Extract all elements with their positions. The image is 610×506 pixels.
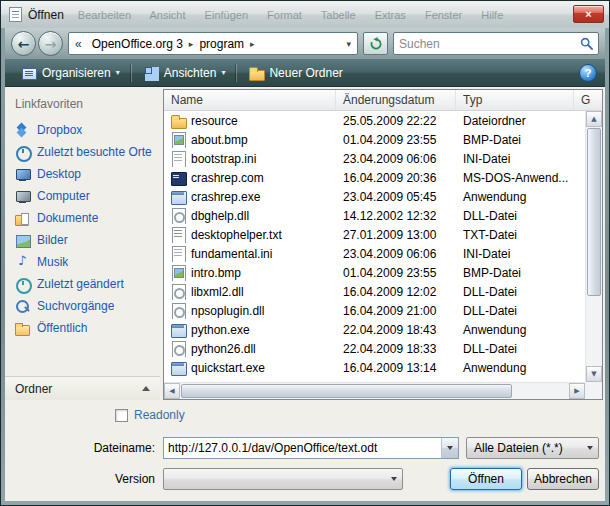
ini-file-icon (170, 151, 186, 167)
dialog-footer: Readonly Dateiname: Alle Dateien (*.*) V… (5, 400, 605, 501)
desktop-icon (15, 167, 30, 182)
back-button[interactable]: ← (11, 31, 36, 56)
searches-icon (15, 299, 30, 314)
sidebar-item-dropbox[interactable]: Dropbox (13, 119, 160, 141)
folders-expander[interactable]: Ordner (5, 376, 160, 400)
file-row-intro-bmp[interactable]: intro.bmp 01.04.2009 23:55 BMP-Datei (164, 263, 585, 282)
readonly-checkbox[interactable] (115, 409, 128, 422)
toolbar-separator (131, 64, 132, 82)
file-row-python26-dll[interactable]: python26.dll 22.04.2009 18:33 DLL-Datei (164, 339, 585, 358)
documents-icon (15, 211, 30, 226)
filename-dropdown-button[interactable] (441, 438, 458, 458)
sidebar-item-zuletzt-geändert[interactable]: Zuletzt geändert (13, 273, 160, 295)
folders-label: Ordner (15, 382, 52, 396)
sidebar-item-zuletzt-besuchte-orte[interactable]: Zuletzt besuchte Orte (13, 141, 160, 163)
forward-button[interactable]: → (38, 31, 63, 56)
column-header-date[interactable]: Änderungsdatum (336, 90, 456, 110)
sidebar-item-öffentlich[interactable]: Öffentlich (13, 317, 160, 339)
sidebar-item-musik[interactable]: Musik (13, 251, 160, 273)
search-input[interactable] (399, 37, 580, 51)
breadcrumb-chevron-icon[interactable]: ▸ (248, 39, 257, 49)
filename-input[interactable] (164, 438, 441, 458)
scroll-left-icon[interactable] (164, 383, 180, 399)
readonly-label: Readonly (134, 408, 185, 422)
file-row-fundamental-ini[interactable]: fundamental.ini 23.04.2009 06:06 INI-Dat… (164, 244, 585, 263)
sidebar-item-desktop[interactable]: Desktop (13, 163, 160, 185)
computer-icon (15, 189, 30, 204)
chevron-down-icon (581, 438, 598, 458)
breadcrumb-segment-openoffice[interactable]: OpenOffice.org 3 (88, 37, 187, 51)
navigation-bar: ← → « OpenOffice.org 3 ▸ program ▸ ▾ (5, 28, 605, 59)
breadcrumb-overflow-chevron-icon[interactable]: « (69, 37, 88, 51)
filetype-dropdown[interactable]: Alle Dateien (*.*) (466, 437, 599, 459)
organize-button[interactable]: Organisieren ▾ (13, 62, 128, 84)
file-row-npsoplugin-dll[interactable]: npsoplugin.dll 16.04.2009 21:00 DLL-Date… (164, 301, 585, 320)
file-row-bootstrap-ini[interactable]: bootstrap.ini 23.04.2009 06:06 INI-Datei (164, 149, 585, 168)
cancel-button[interactable]: Abbrechen (527, 468, 599, 490)
file-row-quickstart-exe[interactable]: quickstart.exe 16.04.2009 13:14 Anwendun… (164, 358, 585, 377)
file-row-libxml2-dll[interactable]: libxml2.dll 16.04.2009 12:02 DLL-Datei (164, 282, 585, 301)
pictures-icon (15, 233, 30, 248)
views-button[interactable]: Ansichten ▾ (135, 62, 234, 84)
new-folder-button[interactable]: Neuer Ordner (240, 62, 350, 84)
help-button[interactable]: ? (579, 64, 597, 82)
dll-file-icon (170, 341, 186, 357)
column-header-name[interactable]: Name (164, 90, 336, 110)
vertical-scrollbar-thumb[interactable] (587, 128, 601, 296)
chevron-down-icon: ▾ (116, 69, 120, 77)
scroll-down-icon[interactable] (586, 366, 602, 382)
scroll-up-icon[interactable] (586, 111, 602, 127)
bmp-file-icon (170, 265, 186, 281)
file-row-python-exe[interactable]: python.exe 22.04.2009 18:43 Anwendung (164, 320, 585, 339)
dll-file-icon (170, 303, 186, 319)
file-row-about-bmp[interactable]: about.bmp 01.04.2009 23:55 BMP-Datei (164, 130, 585, 149)
filename-label: Dateiname: (5, 441, 163, 455)
version-value (164, 469, 385, 489)
version-row: Version Öffnen Abbrechen (5, 467, 599, 490)
open-button[interactable]: Öffnen (450, 468, 522, 490)
column-header-size[interactable]: G (574, 90, 602, 110)
horizontal-scrollbar-track[interactable] (180, 383, 569, 399)
vertical-scrollbar[interactable] (585, 111, 602, 382)
version-dropdown[interactable] (163, 468, 403, 490)
help-icon: ? (585, 67, 592, 79)
folder-icon (170, 113, 186, 129)
column-headers: Name Änderungsdatum Typ G (164, 90, 602, 111)
sidebar-item-suchvorgänge[interactable]: Suchvorgänge (13, 295, 160, 317)
file-row-crashrep-exe[interactable]: crashrep.exe 23.04.2009 05:45 Anwendung (164, 187, 585, 206)
file-row-crashrep-com[interactable]: crashrep.com 16.04.2009 20:36 MS-DOS-Anw… (164, 168, 585, 187)
titlebar[interactable]: Öffnen Bearbeiten Ansicht Einfügen Forma… (1, 1, 609, 28)
back-arrow-icon: ← (18, 37, 30, 51)
command-toolbar: Organisieren ▾ Ansichten ▾ Neuer Ordner … (5, 59, 605, 87)
organize-icon (21, 65, 37, 81)
search-box (393, 32, 599, 55)
breadcrumb-dropdown-icon[interactable]: ▾ (340, 39, 357, 49)
breadcrumb-segment-program[interactable]: program (195, 37, 248, 51)
app-file-icon (170, 189, 186, 205)
breadcrumb: « OpenOffice.org 3 ▸ program ▸ ▾ (68, 32, 358, 55)
sidebar-item-bilder[interactable]: Bilder (13, 229, 160, 251)
file-row-resource[interactable]: resource 25.05.2009 22:22 Dateiordner (164, 111, 585, 130)
filename-combobox (163, 437, 459, 459)
app-file-icon (170, 360, 186, 376)
sidebar-item-dokumente[interactable]: Dokumente (13, 207, 160, 229)
file-row-desktophelper-txt[interactable]: desktophelper.txt 27.01.2009 13:00 TXT-D… (164, 225, 585, 244)
horizontal-scrollbar[interactable] (164, 382, 585, 399)
dos-file-icon (170, 170, 186, 186)
filetype-value: Alle Dateien (*.*) (467, 438, 581, 458)
horizontal-scrollbar-thumb[interactable] (181, 384, 512, 398)
breadcrumb-chevron-icon[interactable]: ▸ (187, 39, 196, 49)
sidebar-item-computer[interactable]: Computer (13, 185, 160, 207)
close-icon: × (585, 9, 591, 20)
chevron-down-icon (385, 469, 402, 489)
views-icon (143, 65, 159, 81)
close-button[interactable]: × (573, 5, 604, 23)
open-dialog-window: Öffnen Bearbeiten Ansicht Einfügen Forma… (0, 0, 610, 506)
main-content: Linkfavoriten Dropbox Zuletzt besuchte O… (5, 87, 605, 400)
column-header-type[interactable]: Typ (456, 90, 574, 110)
refresh-icon (369, 37, 383, 51)
recent-places-icon (15, 145, 30, 160)
refresh-button[interactable] (363, 32, 388, 55)
file-row-dbghelp-dll[interactable]: dbghelp.dll 14.12.2002 12:32 DLL-Datei (164, 206, 585, 225)
scroll-right-icon[interactable] (569, 383, 585, 399)
